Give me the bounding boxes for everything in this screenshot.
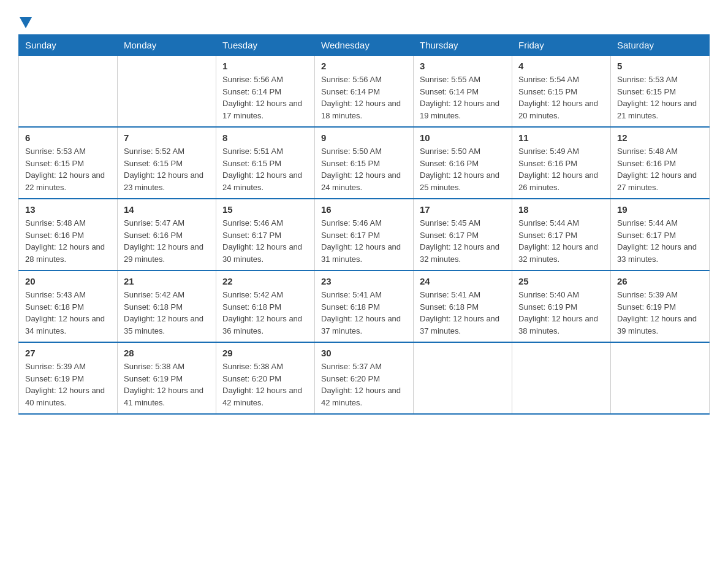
weekday-header-thursday: Thursday bbox=[414, 35, 512, 56]
calendar-cell: 26Sunrise: 5:39 AMSunset: 6:19 PMDayligh… bbox=[611, 270, 710, 342]
day-number: 23 bbox=[321, 276, 407, 286]
day-number: 7 bbox=[124, 132, 210, 143]
day-number: 9 bbox=[321, 132, 407, 143]
calendar-body: 1Sunrise: 5:56 AMSunset: 6:14 PMDaylight… bbox=[19, 56, 710, 415]
day-info: Sunrise: 5:47 AMSunset: 6:16 PMDaylight:… bbox=[124, 217, 210, 265]
day-info: Sunrise: 5:52 AMSunset: 6:15 PMDaylight:… bbox=[124, 145, 210, 193]
day-number: 28 bbox=[124, 348, 210, 358]
page-header bbox=[18, 12, 710, 28]
day-info: Sunrise: 5:46 AMSunset: 6:17 PMDaylight:… bbox=[222, 217, 308, 265]
day-number: 29 bbox=[222, 348, 308, 358]
calendar-week-4: 20Sunrise: 5:43 AMSunset: 6:18 PMDayligh… bbox=[19, 270, 710, 342]
day-number: 25 bbox=[518, 276, 604, 286]
calendar-cell bbox=[512, 342, 611, 414]
day-number: 17 bbox=[420, 204, 506, 215]
calendar-cell: 5Sunrise: 5:53 AMSunset: 6:15 PMDaylight… bbox=[611, 56, 710, 128]
calendar-cell: 27Sunrise: 5:39 AMSunset: 6:19 PMDayligh… bbox=[19, 342, 118, 414]
day-info: Sunrise: 5:38 AMSunset: 6:20 PMDaylight:… bbox=[222, 361, 308, 408]
calendar-cell: 21Sunrise: 5:42 AMSunset: 6:18 PMDayligh… bbox=[118, 270, 216, 342]
calendar-cell bbox=[118, 56, 216, 128]
calendar-cell: 13Sunrise: 5:48 AMSunset: 6:16 PMDayligh… bbox=[19, 199, 118, 270]
calendar-week-1: 1Sunrise: 5:56 AMSunset: 6:14 PMDaylight… bbox=[19, 56, 710, 128]
day-info: Sunrise: 5:54 AMSunset: 6:15 PMDaylight:… bbox=[518, 74, 604, 121]
calendar-cell bbox=[611, 342, 710, 414]
calendar-cell: 23Sunrise: 5:41 AMSunset: 6:18 PMDayligh… bbox=[315, 270, 414, 342]
day-info: Sunrise: 5:48 AMSunset: 6:16 PMDaylight:… bbox=[25, 217, 111, 265]
calendar-week-2: 6Sunrise: 5:53 AMSunset: 6:15 PMDaylight… bbox=[19, 127, 710, 199]
calendar-cell: 25Sunrise: 5:40 AMSunset: 6:19 PMDayligh… bbox=[512, 270, 611, 342]
calendar-cell: 22Sunrise: 5:42 AMSunset: 6:18 PMDayligh… bbox=[216, 270, 315, 342]
logo-triangle-icon bbox=[18, 15, 32, 28]
day-number: 13 bbox=[25, 204, 111, 215]
day-info: Sunrise: 5:39 AMSunset: 6:19 PMDaylight:… bbox=[25, 361, 111, 408]
day-info: Sunrise: 5:43 AMSunset: 6:18 PMDaylight:… bbox=[25, 289, 111, 337]
day-number: 2 bbox=[321, 61, 407, 71]
calendar-table: SundayMondayTuesdayWednesdayThursdayFrid… bbox=[18, 34, 710, 415]
day-info: Sunrise: 5:53 AMSunset: 6:15 PMDaylight:… bbox=[617, 74, 703, 121]
day-number: 20 bbox=[25, 276, 111, 286]
calendar-header: SundayMondayTuesdayWednesdayThursdayFrid… bbox=[19, 35, 710, 56]
day-number: 6 bbox=[25, 132, 111, 143]
day-number: 5 bbox=[617, 61, 703, 71]
day-info: Sunrise: 5:38 AMSunset: 6:19 PMDaylight:… bbox=[124, 361, 210, 408]
logo bbox=[18, 12, 32, 28]
day-number: 8 bbox=[222, 132, 308, 143]
calendar-cell bbox=[414, 342, 512, 414]
day-number: 19 bbox=[617, 204, 703, 215]
day-info: Sunrise: 5:37 AMSunset: 6:20 PMDaylight:… bbox=[321, 361, 407, 408]
day-number: 18 bbox=[518, 204, 604, 215]
day-info: Sunrise: 5:49 AMSunset: 6:16 PMDaylight:… bbox=[518, 145, 604, 193]
day-info: Sunrise: 5:39 AMSunset: 6:19 PMDaylight:… bbox=[617, 289, 703, 337]
day-number: 15 bbox=[222, 204, 308, 215]
day-number: 4 bbox=[518, 61, 604, 71]
calendar-cell: 19Sunrise: 5:44 AMSunset: 6:17 PMDayligh… bbox=[611, 199, 710, 270]
day-info: Sunrise: 5:44 AMSunset: 6:17 PMDaylight:… bbox=[617, 217, 703, 265]
weekday-header-friday: Friday bbox=[512, 35, 611, 56]
weekday-header-tuesday: Tuesday bbox=[216, 35, 315, 56]
weekday-row: SundayMondayTuesdayWednesdayThursdayFrid… bbox=[19, 35, 710, 56]
day-info: Sunrise: 5:42 AMSunset: 6:18 PMDaylight:… bbox=[222, 289, 308, 337]
calendar-cell: 24Sunrise: 5:41 AMSunset: 6:18 PMDayligh… bbox=[414, 270, 512, 342]
day-number: 10 bbox=[420, 132, 506, 143]
weekday-header-wednesday: Wednesday bbox=[315, 35, 414, 56]
day-info: Sunrise: 5:53 AMSunset: 6:15 PMDaylight:… bbox=[25, 145, 111, 193]
calendar-cell: 10Sunrise: 5:50 AMSunset: 6:16 PMDayligh… bbox=[414, 127, 512, 199]
calendar-cell: 11Sunrise: 5:49 AMSunset: 6:16 PMDayligh… bbox=[512, 127, 611, 199]
calendar-cell: 2Sunrise: 5:56 AMSunset: 6:14 PMDaylight… bbox=[315, 56, 414, 128]
calendar-cell: 9Sunrise: 5:50 AMSunset: 6:15 PMDaylight… bbox=[315, 127, 414, 199]
calendar-cell: 15Sunrise: 5:46 AMSunset: 6:17 PMDayligh… bbox=[216, 199, 315, 270]
calendar-cell: 6Sunrise: 5:53 AMSunset: 6:15 PMDaylight… bbox=[19, 127, 118, 199]
calendar-cell: 12Sunrise: 5:48 AMSunset: 6:16 PMDayligh… bbox=[611, 127, 710, 199]
calendar-cell: 20Sunrise: 5:43 AMSunset: 6:18 PMDayligh… bbox=[19, 270, 118, 342]
day-number: 26 bbox=[617, 276, 703, 286]
day-number: 1 bbox=[222, 61, 308, 71]
day-info: Sunrise: 5:50 AMSunset: 6:15 PMDaylight:… bbox=[321, 145, 407, 193]
day-number: 24 bbox=[420, 276, 506, 286]
weekday-header-saturday: Saturday bbox=[611, 35, 710, 56]
calendar-cell: 8Sunrise: 5:51 AMSunset: 6:15 PMDaylight… bbox=[216, 127, 315, 199]
day-number: 22 bbox=[222, 276, 308, 286]
day-number: 12 bbox=[617, 132, 703, 143]
calendar-cell: 29Sunrise: 5:38 AMSunset: 6:20 PMDayligh… bbox=[216, 342, 315, 414]
day-number: 27 bbox=[25, 348, 111, 358]
day-number: 3 bbox=[420, 61, 506, 71]
calendar-cell: 7Sunrise: 5:52 AMSunset: 6:15 PMDaylight… bbox=[118, 127, 216, 199]
calendar-cell bbox=[19, 56, 118, 128]
calendar-week-3: 13Sunrise: 5:48 AMSunset: 6:16 PMDayligh… bbox=[19, 199, 710, 270]
calendar-cell: 1Sunrise: 5:56 AMSunset: 6:14 PMDaylight… bbox=[216, 56, 315, 128]
calendar-cell: 17Sunrise: 5:45 AMSunset: 6:17 PMDayligh… bbox=[414, 199, 512, 270]
day-info: Sunrise: 5:56 AMSunset: 6:14 PMDaylight:… bbox=[321, 74, 407, 121]
calendar-cell: 3Sunrise: 5:55 AMSunset: 6:14 PMDaylight… bbox=[414, 56, 512, 128]
day-info: Sunrise: 5:41 AMSunset: 6:18 PMDaylight:… bbox=[321, 289, 407, 337]
day-info: Sunrise: 5:48 AMSunset: 6:16 PMDaylight:… bbox=[617, 145, 703, 193]
logo-wordmark bbox=[18, 12, 32, 28]
day-info: Sunrise: 5:40 AMSunset: 6:19 PMDaylight:… bbox=[518, 289, 604, 337]
day-info: Sunrise: 5:41 AMSunset: 6:18 PMDaylight:… bbox=[420, 289, 506, 337]
day-info: Sunrise: 5:44 AMSunset: 6:17 PMDaylight:… bbox=[518, 217, 604, 265]
day-number: 30 bbox=[321, 348, 407, 358]
day-info: Sunrise: 5:42 AMSunset: 6:18 PMDaylight:… bbox=[124, 289, 210, 337]
calendar-cell: 18Sunrise: 5:44 AMSunset: 6:17 PMDayligh… bbox=[512, 199, 611, 270]
day-number: 11 bbox=[518, 132, 604, 143]
calendar-week-5: 27Sunrise: 5:39 AMSunset: 6:19 PMDayligh… bbox=[19, 342, 710, 414]
day-info: Sunrise: 5:55 AMSunset: 6:14 PMDaylight:… bbox=[420, 74, 506, 121]
